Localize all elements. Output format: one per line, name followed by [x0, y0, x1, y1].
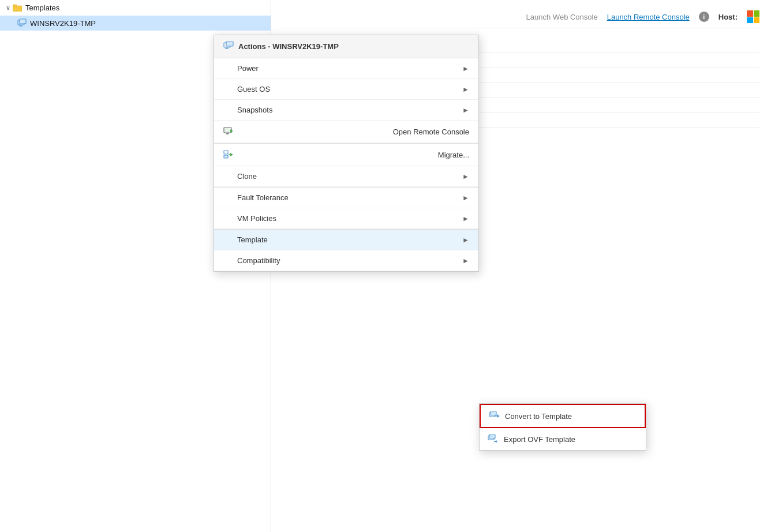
- svg-rect-28: [490, 435, 495, 438]
- host-label: Host:: [718, 13, 738, 21]
- svg-marker-24: [497, 414, 500, 418]
- vm-name: WINSRV2K19-TMP: [30, 19, 96, 28]
- power-label: Power: [237, 64, 259, 73]
- migrate-icon: [223, 149, 234, 160]
- chevron-right-icon: ►: [462, 215, 469, 223]
- svg-rect-0: [13, 6, 22, 12]
- monitor-arrow-icon: [223, 126, 234, 137]
- right-panel-header: Launch Web Console Launch Remote Console…: [283, 6, 759, 28]
- chevron-right-icon: ►: [462, 236, 469, 244]
- menu-item-migrate[interactable]: Migrate...: [214, 144, 478, 166]
- migrate-label: Migrate...: [438, 151, 469, 159]
- guest-os-label: Guest OS: [237, 85, 270, 93]
- svg-rect-6: [20, 20, 25, 23]
- menu-item-power[interactable]: Power ►: [214, 58, 478, 79]
- fault-tolerance-label: Fault Tolerance: [237, 193, 289, 202]
- svg-marker-29: [494, 440, 497, 443]
- menu-item-guest-os[interactable]: Guest OS ►: [214, 79, 478, 100]
- actions-menu-vm-icon: [223, 41, 234, 52]
- chevron-right-icon: ►: [462, 106, 469, 114]
- export-ovf-icon: [488, 434, 499, 444]
- menu-item-compatibility[interactable]: Compatibility ►: [214, 250, 478, 271]
- convert-template-icon: [489, 411, 500, 421]
- vm-item[interactable]: WINSRV2K19-TMP: [0, 16, 271, 31]
- template-label: Template: [237, 235, 268, 244]
- context-menu-title: Actions - WINSRV2K19-TMP: [238, 42, 339, 51]
- menu-item-open-remote-console[interactable]: Open Remote Console: [214, 121, 478, 143]
- chevron-right-icon: ►: [462, 194, 469, 202]
- svg-rect-18: [224, 155, 228, 158]
- submenu-item-convert-to-template[interactable]: Convert to Template: [480, 404, 646, 428]
- open-remote-console-label: Open Remote Console: [393, 128, 469, 136]
- svg-rect-11: [227, 42, 233, 46]
- context-menu: Actions - WINSRV2K19-TMP Power ► Guest O…: [214, 35, 479, 272]
- compatibility-label: Compatibility: [237, 256, 280, 265]
- svg-rect-23: [491, 412, 496, 415]
- template-submenu: Convert to Template Export OVF Template: [479, 403, 646, 451]
- windows-icon: [747, 10, 759, 23]
- svg-marker-20: [230, 153, 233, 156]
- menu-item-fault-tolerance[interactable]: Fault Tolerance ►: [214, 188, 478, 208]
- menu-item-template[interactable]: Template ►: [214, 230, 478, 250]
- clone-label: Clone: [237, 172, 257, 181]
- menu-item-vm-policies[interactable]: VM Policies ►: [214, 208, 478, 229]
- vm-policies-label: VM Policies: [237, 214, 276, 223]
- launch-remote-console-link[interactable]: Launch Remote Console: [607, 13, 690, 21]
- svg-rect-17: [224, 151, 228, 154]
- vm-template-icon: [17, 18, 27, 28]
- chevron-right-icon: ►: [462, 85, 469, 93]
- svg-rect-1: [13, 5, 17, 6]
- templates-label: Templates: [25, 3, 59, 12]
- folder-icon: [13, 4, 22, 12]
- chevron-right-icon: ►: [462, 65, 469, 73]
- menu-item-snapshots[interactable]: Snapshots ►: [214, 100, 478, 121]
- snapshots-label: Snapshots: [237, 106, 272, 114]
- submenu-item-export-ovf[interactable]: Export OVF Template: [480, 428, 646, 450]
- svg-rect-16: [224, 128, 230, 132]
- chevron-right-icon: ►: [462, 257, 469, 265]
- templates-folder[interactable]: ∨ Templates: [0, 0, 271, 16]
- collapse-icon: ∨: [6, 4, 10, 12]
- info-icon[interactable]: i: [699, 12, 709, 22]
- menu-item-clone[interactable]: Clone ►: [214, 166, 478, 187]
- export-ovf-label: Export OVF Template: [504, 435, 575, 444]
- convert-to-template-label: Convert to Template: [505, 412, 572, 421]
- launch-web-console-link[interactable]: Launch Web Console: [526, 13, 598, 21]
- context-menu-header: Actions - WINSRV2K19-TMP: [214, 35, 478, 58]
- chevron-right-icon: ►: [462, 173, 469, 181]
